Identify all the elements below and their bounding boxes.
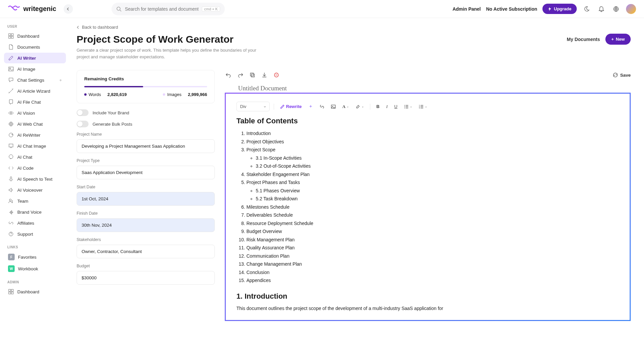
moon-icon: [584, 6, 590, 12]
section-paragraph: This document outlines the project scope…: [236, 305, 619, 312]
document-title[interactable]: Untitled Document: [225, 83, 631, 93]
sidebar-item-support[interactable]: Support: [4, 229, 66, 239]
toggle-include-brand[interactable]: Include Your Brand: [77, 109, 215, 116]
editor-content[interactable]: Div Rewrite A⌄ ⌄ B I: [225, 93, 631, 321]
language-button[interactable]: [611, 4, 621, 14]
toggle-switch[interactable]: [77, 121, 89, 127]
globe-icon: [8, 121, 14, 127]
bold-button[interactable]: B: [374, 103, 381, 110]
page-subtitle: Generate a clear project scope of work. …: [77, 47, 263, 60]
chat2-icon: [8, 154, 14, 160]
refresh-icon: [8, 132, 14, 138]
highlight-button[interactable]: ⌄: [354, 103, 366, 110]
sidebar-item-dashboard[interactable]: Dashboard: [4, 31, 66, 41]
sidebar-section-links: LINKS: [3, 244, 67, 251]
subscription-status[interactable]: No Active Subscription: [486, 6, 537, 12]
back-to-dashboard[interactable]: Back to dashboard: [77, 25, 631, 30]
copy-icon: [250, 72, 255, 78]
link-icon: [320, 104, 324, 109]
grid-icon: [8, 289, 14, 295]
italic-button[interactable]: I: [384, 103, 390, 111]
sidebar-item-ai-speech-to-text[interactable]: AI Speech to Text: [4, 174, 66, 184]
svg-rect-20: [251, 74, 254, 77]
search-bar[interactable]: cmd + K: [112, 3, 225, 15]
sidebar-item-ai-code[interactable]: AI Code: [4, 163, 66, 173]
copy-button[interactable]: [249, 71, 256, 79]
sidebar-item-affiliates[interactable]: Affiliates: [4, 218, 66, 228]
link-button[interactable]: [318, 103, 326, 110]
dot-icon: [84, 93, 87, 96]
sidebar-item-brand-voice[interactable]: Brand Voice: [4, 207, 66, 217]
input-project-name[interactable]: [77, 139, 215, 153]
download-icon: [262, 72, 267, 78]
admin-panel-link[interactable]: Admin Panel: [453, 6, 481, 12]
image-icon: [331, 104, 336, 109]
input-budget[interactable]: [77, 271, 215, 285]
text-color-button[interactable]: A⌄: [340, 103, 351, 111]
toggle-switch[interactable]: [77, 109, 89, 116]
pen-icon: [280, 104, 285, 109]
input-finish-date[interactable]: [77, 218, 215, 232]
toc-subitem: 5.2 Task Breakdown: [256, 195, 619, 203]
grid-icon: [8, 33, 14, 39]
toc-item: Milestones Schedule: [246, 203, 619, 211]
download-button[interactable]: [261, 71, 268, 79]
ai-enhance-button[interactable]: [306, 103, 315, 110]
toc-item: Project Scope3.1 In-Scope Activities3.2 …: [246, 146, 619, 170]
image-button[interactable]: [329, 103, 338, 110]
svg-rect-3: [11, 34, 13, 36]
highlight-icon: [356, 104, 360, 109]
editor-panel: Save Untitled Document Div Rewrite: [225, 70, 631, 321]
sidebar-item-ai-writer[interactable]: AI Writer: [4, 53, 66, 63]
code-icon: [8, 165, 14, 171]
sidebar-item-team[interactable]: Team: [4, 196, 66, 206]
toggle-bulk-posts[interactable]: Generate Bulk Posts: [77, 121, 215, 127]
eye-icon: [8, 110, 14, 116]
ordered-list-button[interactable]: 123⌄: [417, 103, 429, 110]
sidebar-item-ai-image[interactable]: AI Image: [4, 64, 66, 74]
sidebar-admin-dashboard[interactable]: Dashboard: [4, 286, 66, 297]
sidebar-item-ai-chat[interactable]: AI Chat: [4, 152, 66, 162]
input-stakeholders[interactable]: [77, 245, 215, 258]
undo-button[interactable]: [225, 71, 232, 79]
sidebar-item-ai-web-chat[interactable]: AI Web Chat: [4, 119, 66, 129]
sidebar-item-ai-article-wizard[interactable]: AI Article Wizard: [4, 86, 66, 96]
bullet-list-button[interactable]: ⌄: [402, 103, 414, 110]
sidebar-item-documents[interactable]: Documents: [4, 42, 66, 52]
sidebar-collapse-button[interactable]: [64, 4, 73, 14]
underline-button[interactable]: U: [392, 103, 399, 110]
save-button[interactable]: Save: [613, 72, 631, 78]
sidebar-item-ai-chat-image[interactable]: AI Chat Image: [4, 141, 66, 151]
sidebar-link-workbook[interactable]: WWorkbook: [4, 263, 66, 274]
delete-button[interactable]: [273, 71, 280, 79]
avatar[interactable]: [626, 4, 636, 14]
upgrade-button[interactable]: Upgrade: [542, 4, 577, 14]
svg-rect-15: [9, 289, 11, 291]
credits-progress: [84, 86, 207, 87]
plus-icon[interactable]: +: [59, 78, 62, 83]
sidebar-item-chat-settings[interactable]: Chat Settings+: [4, 75, 66, 85]
redo-button[interactable]: [237, 71, 244, 79]
theme-toggle[interactable]: [582, 4, 591, 14]
sidebar-item-ai-file-chat[interactable]: AI File Chat: [4, 97, 66, 107]
search-input[interactable]: [125, 6, 198, 12]
toc-item: Introduction: [246, 129, 619, 138]
badge-icon: F: [8, 254, 15, 260]
bolt-icon: [548, 7, 552, 11]
chevron-left-icon: [67, 7, 70, 11]
toc-subitem: 5.1 Phases Overview: [256, 187, 619, 195]
page-header: Project Scope of Work Generator Generate…: [77, 34, 631, 60]
rewrite-button[interactable]: Rewrite: [278, 103, 304, 110]
sidebar-item-ai-voiceover[interactable]: AI Voiceover: [4, 185, 66, 195]
toc-heading: Table of Contents: [236, 117, 619, 125]
sidebar-link-favorites[interactable]: FFavorites: [4, 251, 66, 263]
block-type-select[interactable]: Div: [236, 102, 270, 111]
my-documents-button[interactable]: My Documents: [565, 34, 601, 45]
input-start-date[interactable]: [77, 192, 215, 206]
notifications-button[interactable]: [597, 4, 606, 14]
new-button[interactable]: + New: [605, 34, 631, 45]
sidebar-item-ai-vision[interactable]: AI Vision: [4, 108, 66, 118]
logo[interactable]: writegenic: [8, 5, 56, 13]
sidebar-item-ai-rewriter[interactable]: AI ReWriter: [4, 130, 66, 140]
input-project-type[interactable]: [77, 166, 215, 179]
